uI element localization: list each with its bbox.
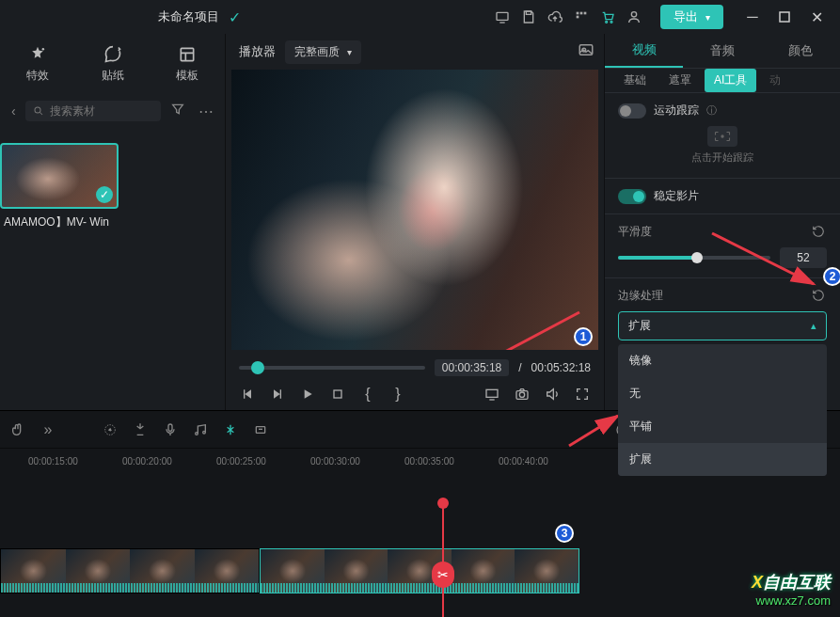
tl-razor-icon[interactable]: [222, 421, 239, 438]
svg-point-21: [109, 428, 112, 431]
quality-select-label: 完整画质: [294, 44, 340, 60]
stabilize-label: 稳定影片: [654, 188, 699, 204]
output-display-icon[interactable]: [483, 386, 500, 403]
stabilize-toggle[interactable]: [618, 189, 646, 204]
edge-option-none[interactable]: 无: [618, 377, 827, 410]
media-clip-name: AMAMOO】MV- Win: [0, 209, 225, 236]
mark-in-button[interactable]: {: [359, 386, 376, 403]
tl-target-icon[interactable]: [102, 421, 119, 438]
smoothness-value[interactable]: 52: [780, 247, 827, 268]
tl-music-icon[interactable]: [192, 421, 209, 438]
tab-effects[interactable]: 特效: [0, 45, 75, 84]
edge-dropdown-value: 扩展: [628, 318, 651, 334]
cloud-upload-icon[interactable]: [542, 4, 568, 30]
svg-rect-11: [182, 48, 194, 60]
tab-stickers[interactable]: 贴纸: [75, 45, 151, 84]
svg-point-18: [519, 392, 524, 397]
stop-button[interactable]: [329, 386, 346, 403]
svg-rect-9: [780, 12, 789, 22]
tab-templates[interactable]: 模板: [150, 45, 225, 84]
smoothness-slider[interactable]: [618, 256, 770, 260]
next-frame-button[interactable]: [269, 386, 286, 403]
play-button[interactable]: [299, 386, 316, 403]
search-input[interactable]: [50, 104, 153, 118]
project-title: 未命名项目: [158, 8, 219, 25]
video-track[interactable]: [0, 548, 840, 593]
preview-panel: 播放器 完整画质 ▾ 1 00:00:35:18 / 00:05:32:18: [226, 34, 605, 410]
tab-video[interactable]: 视频: [605, 34, 683, 68]
tl-handtool-icon[interactable]: [9, 421, 26, 438]
tl-marker-icon[interactable]: [132, 421, 149, 438]
preview-video[interactable]: 1: [231, 70, 598, 350]
fullscreen-icon[interactable]: [574, 386, 591, 403]
export-button[interactable]: 导出 ▾: [660, 5, 723, 29]
svg-rect-16: [486, 389, 498, 397]
svg-rect-5: [577, 16, 579, 19]
device-icon[interactable]: [489, 4, 515, 30]
back-chevron-icon[interactable]: ‹: [8, 100, 20, 122]
tl-crop-icon[interactable]: [252, 421, 269, 438]
media-panel: 特效 贴纸 模板 ‹ ⋯ ✓ AMAMOO】MV- Win: [0, 34, 226, 410]
subtab-more[interactable]: 动: [760, 69, 790, 92]
window-maximize-button[interactable]: [769, 4, 800, 30]
svg-point-19: [721, 135, 723, 137]
window-minimize-button[interactable]: ─: [737, 4, 769, 30]
chevron-down-icon: ▾: [705, 12, 710, 23]
svg-point-6: [606, 21, 608, 23]
edge-option-tile[interactable]: 平铺: [618, 410, 827, 443]
time-separator: /: [518, 361, 521, 374]
scissors-icon[interactable]: ✂: [432, 562, 454, 588]
edge-dropdown[interactable]: 扩展 ▴: [618, 311, 827, 340]
search-icon: [33, 104, 44, 118]
annotation-badge-2: 2: [823, 267, 840, 286]
chevron-up-icon: ▴: [811, 320, 816, 332]
tl-mic-icon[interactable]: [162, 421, 179, 438]
more-icon[interactable]: ⋯: [195, 99, 217, 124]
user-icon[interactable]: [621, 4, 647, 30]
playhead[interactable]: ✂: [442, 505, 444, 617]
preview-progress[interactable]: 00:00:35:18 / 00:05:32:18: [231, 356, 598, 380]
tab-effects-label: 特效: [26, 68, 49, 84]
subtab-basic[interactable]: 基础: [614, 69, 656, 92]
volume-icon[interactable]: [544, 386, 561, 403]
ruler-tick: 00:00:40:00: [499, 456, 548, 467]
quality-select[interactable]: 完整画质 ▾: [285, 40, 361, 64]
start-tracking-label[interactable]: 点击开始跟踪: [618, 150, 827, 165]
inspector-panel: 视频 音频 颜色 基础 遮罩 AI工具 动 运动跟踪 ⓘ 点击开始跟踪 稳定影片: [605, 34, 840, 410]
motion-tracking-toggle[interactable]: [618, 103, 646, 119]
search-input-wrap[interactable]: [25, 101, 161, 121]
tracking-target-icon: [707, 126, 737, 147]
tl-expand-icon[interactable]: »: [40, 421, 56, 438]
annotation-badge-1: 1: [574, 327, 593, 346]
prev-frame-button[interactable]: [239, 386, 256, 403]
edge-reset-icon[interactable]: [812, 289, 827, 304]
player-label: 播放器: [239, 43, 276, 60]
svg-point-8: [631, 12, 636, 17]
smoothness-reset-icon[interactable]: [812, 225, 827, 240]
window-close-button[interactable]: ✕: [800, 4, 832, 30]
snapshot-icon[interactable]: [574, 38, 598, 66]
camera-icon[interactable]: [514, 386, 531, 403]
svg-rect-3: [580, 12, 583, 15]
subtab-mask[interactable]: 遮罩: [659, 69, 701, 92]
help-icon[interactable]: ⓘ: [706, 103, 717, 118]
edge-option-extend[interactable]: 扩展: [618, 443, 827, 476]
media-clip-thumbnail[interactable]: ✓: [0, 143, 119, 209]
annotation-badge-3: 3: [555, 524, 574, 543]
filter-icon[interactable]: [166, 98, 189, 124]
mark-out-button[interactable]: }: [389, 386, 406, 403]
svg-rect-22: [168, 424, 172, 431]
tab-color[interactable]: 颜色: [762, 35, 840, 67]
apps-icon[interactable]: [568, 4, 594, 30]
edge-option-mirror[interactable]: 镜像: [618, 344, 827, 377]
chevron-down-icon: ▾: [347, 47, 352, 57]
ruler-tick: 00:00:35:00: [404, 456, 454, 467]
svg-rect-4: [584, 12, 587, 15]
subtab-ai-tools[interactable]: AI工具: [705, 69, 756, 92]
tab-audio[interactable]: 音频: [683, 35, 761, 67]
preview-current-time: 00:00:35:18: [435, 359, 509, 376]
cart-icon[interactable]: [594, 4, 621, 30]
save-icon[interactable]: [515, 4, 542, 30]
preview-progress-slider[interactable]: [239, 366, 425, 370]
svg-point-12: [35, 107, 40, 113]
